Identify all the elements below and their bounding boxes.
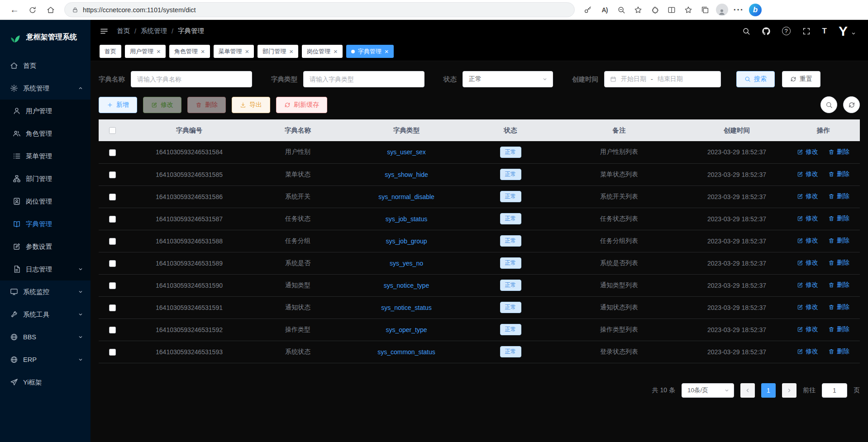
sidebar-item-erp[interactable]: ERP [0,348,91,371]
app-logo[interactable]: 意框架管理系统 [0,20,91,54]
tab-post-management[interactable]: 岗位管理 × [302,45,343,58]
header-search-icon[interactable] [742,27,750,35]
row-edit-button[interactable]: 修改 [797,281,818,289]
reload-icon[interactable] [24,2,41,18]
next-page-button[interactable] [782,383,796,398]
refresh-cache-button[interactable]: 刷新缓存 [276,97,327,113]
dict-type-link[interactable]: sys_oper_type [386,326,427,333]
tab-close-icon[interactable]: × [334,48,338,55]
github-icon[interactable] [762,27,770,35]
sidebar-item-system-tools[interactable]: 系统工具 [0,303,91,326]
sidebar-item-system-monitor[interactable]: 系统监控 [0,280,91,303]
row-checkbox[interactable] [109,194,116,200]
tab-close-icon[interactable]: × [157,48,161,55]
tab-dict-management[interactable]: 字典管理 × [346,45,394,58]
refresh-table-button[interactable] [843,96,860,113]
tab-home[interactable]: 首页 [100,45,121,58]
browser-home-icon[interactable] [43,2,59,18]
sidebar-item-user-management[interactable]: 用户管理 [0,100,91,122]
reset-button[interactable]: 重置 [782,71,820,87]
row-edit-button[interactable]: 修改 [797,259,818,267]
address-bar[interactable]: https://ccnetcore.com:1101/system/dict [64,2,575,17]
dict-type-link[interactable]: sys_job_status [386,215,428,223]
goto-page-input[interactable] [822,383,847,398]
prev-page-button[interactable] [740,383,755,398]
row-delete-button[interactable]: 删除 [828,325,849,333]
sidebar-item-department-management[interactable]: 部门管理 [0,167,91,190]
zoom-icon[interactable] [614,2,629,18]
tab-close-icon[interactable]: × [385,48,389,55]
dict-type-link[interactable]: sys_notice_status [381,304,431,311]
read-aloud-icon[interactable]: A) [597,2,612,18]
more-menu-icon[interactable]: ··· [731,2,746,18]
edit-button[interactable]: 修改 [143,97,181,113]
row-checkbox[interactable] [109,260,116,267]
dict-type-link[interactable]: sys_show_hide [385,171,428,178]
tab-close-icon[interactable]: × [289,48,293,55]
tab-menu-management[interactable]: 菜单管理 × [214,45,254,58]
dict-name-input[interactable] [131,71,252,87]
sidebar-item-parameter-settings[interactable]: 参数设置 [0,235,91,258]
back-icon[interactable]: ← [6,2,23,18]
row-checkbox[interactable] [109,304,116,311]
row-delete-button[interactable]: 删除 [828,281,849,289]
hamburger-icon[interactable] [100,27,109,36]
profile-icon[interactable] [714,2,730,18]
tab-user-management[interactable]: 用户管理 × [125,45,166,58]
row-edit-button[interactable]: 修改 [797,214,818,223]
row-checkbox[interactable] [109,349,116,356]
row-delete-button[interactable]: 删除 [828,259,849,267]
row-delete-button[interactable]: 删除 [828,303,849,311]
row-checkbox[interactable] [109,216,116,223]
dict-type-link[interactable]: sys_job_group [386,238,427,245]
row-checkbox[interactable] [109,171,116,178]
row-edit-button[interactable]: 修改 [797,237,818,245]
dict-type-link[interactable]: sys_common_status [377,348,435,356]
password-key-icon[interactable] [580,2,596,18]
split-screen-icon[interactable] [664,2,679,18]
date-range-picker[interactable]: 开始日期 - 结束日期 [604,71,721,87]
row-delete-button[interactable]: 删除 [828,192,849,200]
sidebar-item-bbs[interactable]: BBS [0,326,91,348]
sidebar-item-post-management[interactable]: 岗位管理 [0,190,91,213]
extensions-icon[interactable] [647,2,663,18]
sidebar-item-role-management[interactable]: 角色管理 [0,122,91,145]
add-button[interactable]: 新增 [99,97,137,113]
row-checkbox[interactable] [109,238,116,245]
page-size-select[interactable]: 10条/页 [682,383,734,398]
search-button[interactable]: 搜索 [736,71,775,87]
row-edit-button[interactable]: 修改 [797,303,818,311]
breadcrumb-system[interactable]: 系统管理 [141,27,167,35]
status-select[interactable]: 正常 [463,71,553,87]
row-checkbox[interactable] [109,327,116,333]
row-checkbox[interactable] [109,282,116,289]
sidebar-item-home[interactable]: 首页 [0,54,91,77]
sidebar-item-dict-management[interactable]: 字典管理 [0,213,91,235]
dict-type-link[interactable]: sys_user_sex [387,148,426,156]
row-delete-button[interactable]: 删除 [828,148,849,156]
sidebar-item-yi-framework[interactable]: Yi框架 [0,371,91,394]
breadcrumb-home[interactable]: 首页 [117,27,130,35]
row-delete-button[interactable]: 删除 [828,237,849,245]
row-edit-button[interactable]: 修改 [797,148,818,156]
fullscreen-icon[interactable] [802,27,811,35]
delete-button[interactable]: 删除 [187,97,226,113]
row-edit-button[interactable]: 修改 [797,325,818,333]
tab-close-icon[interactable]: × [201,48,205,55]
row-edit-button[interactable]: 修改 [797,192,818,200]
row-edit-button[interactable]: 修改 [797,170,818,178]
dict-type-link[interactable]: sys_notice_type [384,282,429,289]
favorites-icon[interactable] [681,2,696,18]
sidebar-item-log-management[interactable]: 日志管理 [0,258,91,280]
row-edit-button[interactable]: 修改 [797,347,818,356]
dict-type-link[interactable]: sys_normal_disable [378,193,434,200]
collections-icon[interactable] [697,2,713,18]
row-delete-button[interactable]: 删除 [828,214,849,223]
chevron-down-icon[interactable] [851,31,856,36]
row-checkbox[interactable] [109,149,116,156]
sidebar-item-system-management[interactable]: 系统管理 [0,77,91,100]
tab-close-icon[interactable]: × [245,48,249,55]
sidebar-item-menu-management[interactable]: 菜单管理 [0,145,91,167]
user-logo[interactable]: Y [839,24,847,38]
font-size-icon[interactable]: T [822,27,827,36]
